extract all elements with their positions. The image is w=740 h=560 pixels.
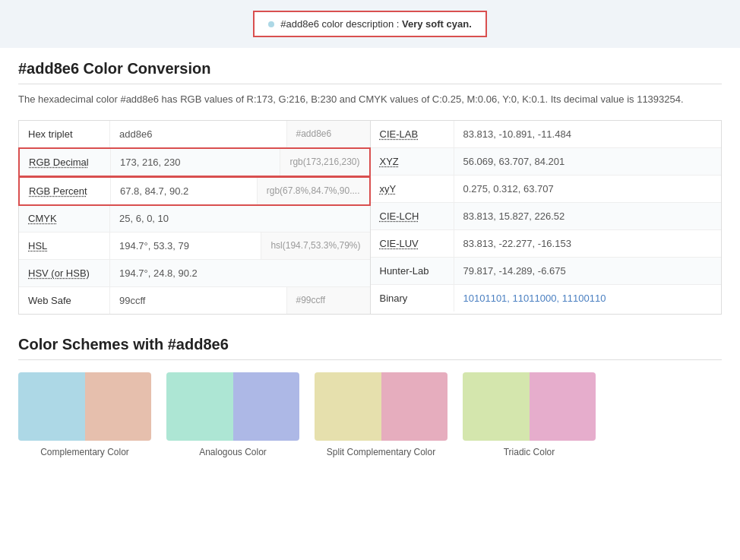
cell-sample: #add8e6 [286, 121, 370, 147]
scheme-swatch[interactable] [315, 372, 447, 441]
swatch-color-2 [233, 372, 300, 441]
color-description-box: #add8e6 color description : Very soft cy… [253, 11, 487, 37]
cell-value: 67.8, 84.7, 90.2 [111, 178, 257, 204]
cell-label: RGB Percent [20, 178, 111, 204]
cell-value: 83.813, -10.891, -11.484 [454, 121, 722, 147]
cell-label: CIE-LUV [371, 230, 454, 257]
table-row: RGB Decimal173, 216, 230rgb(173,216,230) [18, 147, 371, 177]
top-banner: #add8e6 color description : Very soft cy… [0, 0, 740, 48]
table-row: HSV (or HSB)194.7°, 24.8, 90.2 [19, 260, 370, 287]
table-row: Hex tripletadd8e6#add8e6 [19, 121, 370, 148]
table-row: HSL194.7°, 53.3, 79hsl(194.7,53.3%,79%) [19, 233, 370, 260]
table-row: xyY0.275, 0.312, 63.707 [371, 176, 722, 203]
conversion-title: #add8e6 Color Conversion [18, 60, 722, 84]
cell-value: 173, 216, 230 [111, 149, 280, 176]
cell-sample: #99ccff [286, 287, 370, 314]
scheme-item[interactable]: Analogous Color [166, 372, 299, 457]
scheme-swatch[interactable] [18, 372, 151, 441]
swatch-color-1 [166, 372, 233, 441]
cell-value: 194.7°, 24.8, 90.2 [110, 260, 370, 286]
conversion-description: The hexadecimal color #add8e6 has RGB va… [18, 92, 722, 108]
right-table: CIE-LAB83.813, -10.891, -11.484XYZ56.069… [370, 120, 723, 315]
conversion-tables: Hex tripletadd8e6#add8e6RGB Decimal173, … [18, 120, 722, 315]
scheme-item[interactable]: Triadic Color [463, 372, 596, 457]
cell-sample: rgb(67.8%,84.7%,90.... [257, 178, 369, 204]
cell-label: CMYK [19, 205, 110, 232]
table-row: Hunter-Lab79.817, -14.289, -6.675 [371, 258, 722, 285]
cell-value: 194.7°, 53.3, 79 [110, 233, 261, 259]
table-row: CMYK25, 6, 0, 10 [19, 205, 370, 233]
cell-label: RGB Decimal [20, 149, 111, 176]
table-row: CIE-LUV83.813, -22.277, -16.153 [371, 230, 722, 258]
cell-value: 99ccff [110, 287, 286, 314]
cell-value: 83.813, 15.827, 226.52 [454, 203, 722, 229]
cell-label: xyY [371, 176, 454, 202]
swatch-color-1 [463, 372, 530, 441]
table-row: Web Safe99ccff#99ccff [19, 287, 370, 314]
cell-value: 0.275, 0.312, 63.707 [454, 176, 722, 202]
color-schemes-container: Complementary ColorAnalogous ColorSplit … [18, 372, 722, 457]
cell-value: 83.813, -22.277, -16.153 [454, 230, 722, 257]
scheme-item[interactable]: Split Complementary Color [315, 372, 447, 457]
swatch-color-2 [530, 372, 596, 441]
table-row: CIE-LCH83.813, 15.827, 226.52 [371, 203, 722, 230]
cell-label: Binary [371, 285, 454, 312]
cell-value: 56.069, 63.707, 84.201 [454, 148, 722, 175]
color-description-text: #add8e6 color description : Very soft cy… [280, 18, 472, 30]
cell-label: CIE-LAB [371, 121, 454, 147]
swatch-color-2 [85, 372, 152, 441]
cell-sample: rgb(173,216,230) [280, 149, 368, 176]
table-row: RGB Percent67.8, 84.7, 90.2rgb(67.8%,84.… [18, 176, 371, 206]
cell-value: add8e6 [110, 121, 286, 147]
cell-label: HSL [19, 233, 110, 259]
left-table: Hex tripletadd8e6#add8e6RGB Decimal173, … [18, 120, 370, 315]
cell-label: CIE-LCH [371, 203, 454, 229]
cell-value: 25, 6, 0, 10 [110, 205, 370, 232]
scheme-item[interactable]: Complementary Color [18, 372, 151, 457]
cell-label: Web Safe [19, 287, 110, 314]
swatch-color-1 [315, 372, 381, 441]
main-content: #add8e6 Color Conversion The hexadecimal… [0, 48, 740, 470]
cell-label: Hunter-Lab [371, 258, 454, 284]
cell-label: Hex triplet [19, 121, 110, 147]
desc-bold: Very soft cyan. [402, 18, 472, 30]
swatch-color-2 [381, 372, 448, 441]
cell-value: 10101101, 11011000, 11100110 [454, 285, 722, 312]
color-dot [268, 21, 274, 27]
scheme-label: Split Complementary Color [327, 447, 435, 457]
cell-sample: hsl(194.7,53.3%,79%) [261, 233, 369, 259]
scheme-swatch[interactable] [463, 372, 596, 441]
scheme-label: Triadic Color [504, 447, 555, 457]
schemes-title: Color Schemes with #add8e6 [18, 336, 722, 360]
cell-label: HSV (or HSB) [19, 260, 110, 286]
scheme-label: Analogous Color [199, 447, 267, 457]
table-row: Binary10101101, 11011000, 11100110 [371, 285, 722, 312]
desc-prefix: #add8e6 color description : [280, 18, 402, 30]
swatch-color-1 [18, 372, 85, 441]
cell-value: 79.817, -14.289, -6.675 [454, 258, 722, 284]
scheme-swatch[interactable] [166, 372, 299, 441]
table-row: XYZ56.069, 63.707, 84.201 [371, 148, 722, 176]
cell-label: XYZ [371, 148, 454, 175]
scheme-label: Complementary Color [40, 447, 129, 457]
table-row: CIE-LAB83.813, -10.891, -11.484 [371, 121, 722, 148]
